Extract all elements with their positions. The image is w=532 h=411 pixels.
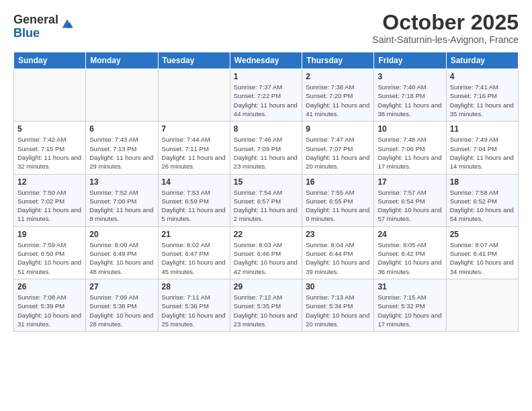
day-detail: Sunrise: 7:40 AM Sunset: 7:18 PM Dayligh… bbox=[378, 83, 441, 118]
calendar-cell: 7Sunrise: 7:44 AM Sunset: 7:11 PM Daylig… bbox=[158, 122, 230, 174]
calendar-cell: 18Sunrise: 7:58 AM Sunset: 6:52 PM Dayli… bbox=[446, 174, 518, 226]
calendar-cell: 2Sunrise: 7:38 AM Sunset: 7:20 PM Daylig… bbox=[302, 69, 374, 122]
location: Saint-Saturnin-les-Avignon, France bbox=[372, 34, 519, 45]
calendar-cell: 20Sunrise: 8:00 AM Sunset: 6:49 PM Dayli… bbox=[86, 226, 158, 279]
day-number: 15 bbox=[234, 177, 298, 187]
calendar-cell: 12Sunrise: 7:50 AM Sunset: 7:02 PM Dayli… bbox=[14, 174, 86, 226]
day-number: 24 bbox=[378, 230, 442, 239]
day-detail: Sunrise: 7:08 AM Sunset: 5:39 PM Dayligh… bbox=[17, 293, 81, 328]
calendar-cell bbox=[14, 69, 86, 122]
calendar-cell: 31Sunrise: 7:15 AM Sunset: 5:32 PM Dayli… bbox=[374, 279, 446, 331]
day-number: 9 bbox=[306, 124, 370, 134]
calendar-table: SundayMondayTuesdayWednesdayThursdayFrid… bbox=[13, 52, 519, 332]
week-row-1: 5Sunrise: 7:42 AM Sunset: 7:15 PM Daylig… bbox=[14, 122, 519, 174]
calendar-cell: 13Sunrise: 7:52 AM Sunset: 7:00 PM Dayli… bbox=[86, 174, 158, 226]
day-detail: Sunrise: 8:04 AM Sunset: 6:44 PM Dayligh… bbox=[306, 241, 369, 275]
day-number: 22 bbox=[234, 230, 298, 239]
weekday-header-friday: Friday bbox=[374, 52, 446, 69]
month-title: October 2025 bbox=[372, 11, 519, 34]
day-number: 20 bbox=[89, 230, 154, 239]
calendar-cell: 24Sunrise: 8:05 AM Sunset: 6:42 PM Dayli… bbox=[374, 226, 446, 279]
weekday-header-wednesday: Wednesday bbox=[230, 52, 302, 69]
day-number: 30 bbox=[306, 282, 370, 291]
calendar-cell: 9Sunrise: 7:47 AM Sunset: 7:07 PM Daylig… bbox=[302, 122, 374, 174]
day-number: 25 bbox=[450, 230, 515, 239]
day-number: 7 bbox=[162, 124, 226, 134]
day-number: 4 bbox=[450, 72, 515, 81]
day-detail: Sunrise: 8:00 AM Sunset: 6:49 PM Dayligh… bbox=[89, 241, 153, 275]
week-row-2: 12Sunrise: 7:50 AM Sunset: 7:02 PM Dayli… bbox=[14, 174, 519, 226]
day-detail: Sunrise: 7:48 AM Sunset: 7:06 PM Dayligh… bbox=[378, 136, 441, 170]
day-number: 29 bbox=[234, 282, 298, 291]
logo-icon bbox=[60, 17, 75, 32]
day-number: 10 bbox=[378, 124, 442, 134]
calendar-cell: 5Sunrise: 7:42 AM Sunset: 7:15 PM Daylig… bbox=[14, 122, 86, 174]
day-detail: Sunrise: 7:13 AM Sunset: 5:34 PM Dayligh… bbox=[306, 293, 369, 328]
day-number: 16 bbox=[306, 177, 370, 187]
day-number: 23 bbox=[306, 230, 370, 239]
day-detail: Sunrise: 7:37 AM Sunset: 7:22 PM Dayligh… bbox=[234, 83, 298, 118]
day-detail: Sunrise: 7:50 AM Sunset: 7:02 PM Dayligh… bbox=[17, 189, 81, 223]
weekday-header-tuesday: Tuesday bbox=[158, 52, 230, 69]
calendar-cell: 21Sunrise: 8:02 AM Sunset: 6:47 PM Dayli… bbox=[158, 226, 230, 279]
day-number: 11 bbox=[450, 124, 515, 134]
calendar-cell: 16Sunrise: 7:55 AM Sunset: 6:55 PM Dayli… bbox=[302, 174, 374, 226]
calendar-cell: 28Sunrise: 7:11 AM Sunset: 5:36 PM Dayli… bbox=[158, 279, 230, 331]
page: General Blue October 2025 Saint-Saturnin… bbox=[0, 0, 532, 345]
weekday-header-monday: Monday bbox=[86, 52, 158, 69]
day-detail: Sunrise: 8:05 AM Sunset: 6:42 PM Dayligh… bbox=[378, 241, 441, 275]
day-detail: Sunrise: 7:11 AM Sunset: 5:36 PM Dayligh… bbox=[162, 293, 226, 328]
calendar-cell bbox=[446, 279, 518, 331]
weekday-header-sunday: Sunday bbox=[14, 52, 86, 69]
calendar-cell: 27Sunrise: 7:09 AM Sunset: 5:38 PM Dayli… bbox=[86, 279, 158, 331]
day-detail: Sunrise: 7:15 AM Sunset: 5:32 PM Dayligh… bbox=[378, 293, 441, 328]
day-detail: Sunrise: 7:46 AM Sunset: 7:09 PM Dayligh… bbox=[234, 136, 298, 170]
calendar-cell bbox=[86, 69, 158, 122]
day-detail: Sunrise: 8:07 AM Sunset: 6:41 PM Dayligh… bbox=[450, 241, 514, 275]
day-detail: Sunrise: 7:41 AM Sunset: 7:16 PM Dayligh… bbox=[450, 83, 514, 118]
calendar-cell: 30Sunrise: 7:13 AM Sunset: 5:34 PM Dayli… bbox=[302, 279, 374, 331]
weekday-header-thursday: Thursday bbox=[302, 52, 374, 69]
calendar-cell: 4Sunrise: 7:41 AM Sunset: 7:16 PM Daylig… bbox=[446, 69, 518, 122]
day-number: 6 bbox=[89, 124, 154, 134]
day-detail: Sunrise: 7:43 AM Sunset: 7:13 PM Dayligh… bbox=[89, 136, 153, 170]
calendar-cell: 6Sunrise: 7:43 AM Sunset: 7:13 PM Daylig… bbox=[86, 122, 158, 174]
calendar-cell: 17Sunrise: 7:57 AM Sunset: 6:54 PM Dayli… bbox=[374, 174, 446, 226]
day-number: 13 bbox=[89, 177, 154, 187]
calendar-cell: 14Sunrise: 7:53 AM Sunset: 6:59 PM Dayli… bbox=[158, 174, 230, 226]
day-detail: Sunrise: 8:02 AM Sunset: 6:47 PM Dayligh… bbox=[162, 241, 226, 275]
day-number: 21 bbox=[162, 230, 226, 239]
calendar-cell: 23Sunrise: 8:04 AM Sunset: 6:44 PM Dayli… bbox=[302, 226, 374, 279]
calendar-cell: 11Sunrise: 7:49 AM Sunset: 7:04 PM Dayli… bbox=[446, 122, 518, 174]
logo-general: General bbox=[13, 13, 58, 27]
day-number: 2 bbox=[306, 72, 370, 81]
day-detail: Sunrise: 7:49 AM Sunset: 7:04 PM Dayligh… bbox=[450, 136, 514, 170]
day-number: 3 bbox=[378, 72, 442, 81]
day-number: 18 bbox=[450, 177, 515, 187]
calendar-cell: 3Sunrise: 7:40 AM Sunset: 7:18 PM Daylig… bbox=[374, 69, 446, 122]
calendar-cell: 26Sunrise: 7:08 AM Sunset: 5:39 PM Dayli… bbox=[14, 279, 86, 331]
day-number: 26 bbox=[17, 282, 82, 291]
calendar-cell: 1Sunrise: 7:37 AM Sunset: 7:22 PM Daylig… bbox=[230, 69, 302, 122]
day-number: 31 bbox=[378, 282, 442, 291]
weekday-header-saturday: Saturday bbox=[446, 52, 518, 69]
day-detail: Sunrise: 7:12 AM Sunset: 5:35 PM Dayligh… bbox=[234, 293, 298, 328]
day-detail: Sunrise: 7:44 AM Sunset: 7:11 PM Dayligh… bbox=[162, 136, 226, 170]
calendar-cell: 29Sunrise: 7:12 AM Sunset: 5:35 PM Dayli… bbox=[230, 279, 302, 331]
logo-blue: Blue bbox=[13, 27, 58, 40]
day-number: 28 bbox=[162, 282, 226, 291]
day-detail: Sunrise: 7:55 AM Sunset: 6:55 PM Dayligh… bbox=[306, 189, 369, 223]
day-detail: Sunrise: 7:38 AM Sunset: 7:20 PM Dayligh… bbox=[306, 83, 369, 118]
day-detail: Sunrise: 7:09 AM Sunset: 5:38 PM Dayligh… bbox=[89, 293, 153, 328]
calendar-cell bbox=[158, 69, 230, 122]
calendar-cell: 25Sunrise: 8:07 AM Sunset: 6:41 PM Dayli… bbox=[446, 226, 518, 279]
day-detail: Sunrise: 7:53 AM Sunset: 6:59 PM Dayligh… bbox=[162, 189, 226, 223]
day-number: 5 bbox=[17, 124, 82, 134]
week-row-4: 26Sunrise: 7:08 AM Sunset: 5:39 PM Dayli… bbox=[14, 279, 519, 331]
day-detail: Sunrise: 8:03 AM Sunset: 6:46 PM Dayligh… bbox=[234, 241, 298, 275]
header: General Blue October 2025 Saint-Saturnin… bbox=[13, 11, 519, 45]
calendar-cell: 19Sunrise: 7:59 AM Sunset: 6:50 PM Dayli… bbox=[14, 226, 86, 279]
day-number: 14 bbox=[162, 177, 226, 187]
day-detail: Sunrise: 7:59 AM Sunset: 6:50 PM Dayligh… bbox=[17, 241, 81, 275]
day-number: 17 bbox=[378, 177, 442, 187]
